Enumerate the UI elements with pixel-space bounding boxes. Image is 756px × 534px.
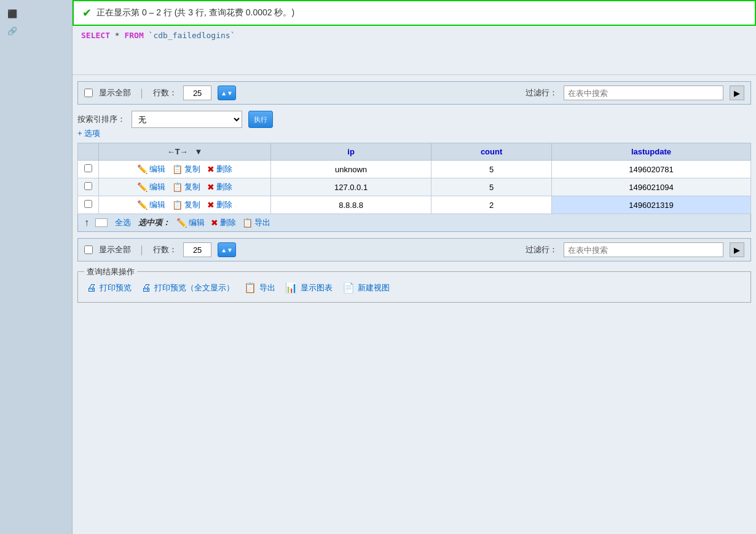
copy-icon: 📋 [172, 200, 183, 210]
row1-checkbox[interactable] [84, 164, 92, 172]
col-header-lastupdate[interactable]: lastupdate [551, 143, 750, 161]
edit-icon: ✏️ [137, 200, 148, 210]
bulk-delete-label: 删除 [220, 217, 236, 228]
row2-checkbox[interactable] [84, 182, 92, 190]
col-header-actions[interactable]: ←T→ ▼ [99, 143, 271, 161]
row3-checkbox[interactable] [84, 200, 92, 208]
view-icon: 📄 [342, 282, 355, 293]
success-bar: ✔ 正在显示第 0 – 2 行 (共 3 行, 查询花费 0.0002 秒。) [73, 0, 756, 26]
selected-label: 选中项： [138, 217, 170, 228]
sort-select[interactable]: 无 [132, 111, 242, 128]
new-view-button[interactable]: 📄 新建视图 [342, 282, 390, 293]
left-panel: ⬛ 🔗 [0, 0, 73, 534]
copy-icon: 📋 [172, 182, 183, 192]
bottom-row-count-label: 行数： [153, 244, 177, 255]
row-count-label: 行数： [153, 87, 177, 98]
sort-go-button[interactable]: 执行 [248, 111, 273, 128]
print-preview-full-label: 打印预览（全文显示） [154, 282, 234, 293]
query-ops-legend: 查询结果操作 [84, 266, 137, 277]
bulk-edit-button[interactable]: ✏️ 编辑 [176, 217, 205, 228]
row2-ip: 127.0.0.1 [271, 178, 431, 196]
delete-icon: ✖ [207, 182, 215, 192]
row3-edit-button[interactable]: ✏️ 编辑 [137, 199, 165, 210]
bulk-checkbox[interactable] [95, 218, 108, 227]
row3-delete-label: 删除 [216, 199, 232, 210]
row3-edit-label: 编辑 [149, 199, 165, 210]
bulk-delete-button[interactable]: ✖ 删除 [211, 217, 236, 228]
row3-lastupdate: 1496021319 [551, 196, 750, 214]
table-row: ✏️ 编辑 📋 复制 ✖ 删除 [78, 196, 751, 214]
content-area: ✔ 正在显示第 0 – 2 行 (共 3 行, 查询花费 0.0002 秒。) … [73, 0, 756, 534]
table-row: ✏️ 编辑 📋 复制 ✖ 删除 [78, 161, 751, 178]
query-ops-section: 查询结果操作 🖨 打印预览 🖨 打印预览（全文显示） 📋 导出 📊 显示图表 [77, 271, 751, 303]
col-header-checkbox [78, 143, 99, 161]
bottom-show-all-checkbox[interactable] [84, 245, 93, 254]
row1-copy-button[interactable]: 📋 复制 [172, 164, 200, 175]
new-view-label: 新建视图 [358, 282, 390, 293]
row1-actions: ✏️ 编辑 📋 复制 ✖ 删除 [99, 161, 271, 178]
sql-table-name: `cdb_failedlogins` [149, 31, 235, 40]
success-message: 正在显示第 0 – 2 行 (共 3 行, 查询花费 0.0002 秒。) [96, 7, 294, 18]
show-chart-label: 显示图表 [301, 282, 333, 293]
sql-star: * [115, 31, 125, 40]
show-chart-button[interactable]: 📊 显示图表 [285, 282, 333, 293]
print-preview-label: 打印预览 [100, 282, 132, 293]
filter-input[interactable] [564, 86, 723, 100]
row3-count: 2 [431, 196, 552, 214]
bottom-filter-input[interactable] [564, 242, 723, 257]
row2-copy-button[interactable]: 📋 复制 [172, 181, 200, 193]
sql-select-keyword: SELECT [81, 31, 110, 40]
row3-copy-label: 复制 [184, 199, 200, 210]
top-toolbar: 显示全部 │ 行数： ▲▼ 过滤行： ▶ [77, 81, 751, 105]
show-all-checkbox[interactable] [84, 89, 93, 97]
edit-icon: ✏️ [137, 182, 148, 192]
col-header-count[interactable]: count [431, 143, 552, 161]
row2-lastupdate: 1496021094 [551, 178, 750, 196]
row3-delete-button[interactable]: ✖ 删除 [207, 199, 232, 210]
filter-go-button[interactable]: ▶ [730, 86, 744, 100]
options-link[interactable]: + 选项 [77, 129, 100, 138]
print-preview-button[interactable]: 🖨 打印预览 [87, 282, 132, 293]
row-count-spinner[interactable]: ▲▼ [218, 86, 236, 100]
filter-label: 过滤行： [526, 87, 557, 98]
bulk-delete-icon: ✖ [211, 218, 218, 228]
row-count-input[interactable] [183, 86, 211, 100]
sort-label: 按索引排序： [77, 114, 125, 125]
bulk-export-button[interactable]: 📋 导出 [242, 217, 270, 228]
row1-ip: unknown [271, 161, 431, 178]
row2-delete-button[interactable]: ✖ 删除 [207, 181, 232, 193]
bottom-row-count-spinner[interactable]: ▲▼ [218, 242, 236, 257]
col-header-ip[interactable]: ip [271, 143, 431, 161]
left-icons: ⬛ 🔗 [0, 0, 72, 44]
bottom-filter-go-button[interactable]: ▶ [730, 242, 744, 257]
export-icon: 📋 [244, 282, 256, 293]
print-preview-full-button[interactable]: 🖨 打印预览（全文显示） [141, 282, 234, 293]
data-table-wrapper: ←T→ ▼ ip count lastupdate [77, 143, 751, 214]
bulk-edit-icon: ✏️ [176, 218, 187, 228]
print-full-icon: 🖨 [141, 282, 151, 293]
copy-icon: 📋 [172, 164, 183, 174]
query-ops-buttons: 🖨 打印预览 🖨 打印预览（全文显示） 📋 导出 📊 显示图表 📄 [87, 282, 742, 293]
row2-checkbox-cell [78, 178, 99, 196]
main-container: ⬛ 🔗 ✔ 正在显示第 0 – 2 行 (共 3 行, 查询花费 0.0002 … [0, 0, 756, 534]
data-table: ←T→ ▼ ip count lastupdate [77, 143, 751, 214]
row3-copy-button[interactable]: 📋 复制 [172, 199, 200, 210]
bottom-toolbar-divider: │ [140, 245, 144, 255]
row1-edit-button[interactable]: ✏️ 编辑 [137, 164, 165, 175]
row1-lastupdate: 1496020781 [551, 161, 750, 178]
bulk-actions-row: ↑ 全选 选中项： ✏️ 编辑 ✖ 删除 📋 导出 [77, 214, 751, 232]
bottom-show-all-label: 显示全部 [99, 244, 131, 255]
col-actions-sort-icon[interactable]: ▼ [194, 147, 202, 156]
bottom-row-count-input[interactable] [183, 242, 211, 257]
left-icon-1[interactable]: ⬛ [4, 6, 21, 21]
row1-delete-label: 删除 [216, 164, 232, 175]
row1-delete-button[interactable]: ✖ 删除 [207, 164, 232, 175]
export-button[interactable]: 📋 导出 [244, 282, 275, 293]
left-icon-2[interactable]: 🔗 [4, 23, 21, 38]
bulk-export-icon: 📋 [242, 218, 253, 228]
bottom-toolbar: 显示全部 │ 行数： ▲▼ 过滤行： ▶ [77, 238, 751, 261]
row2-edit-button[interactable]: ✏️ 编辑 [137, 181, 165, 193]
toolbar-divider: │ [140, 89, 144, 98]
select-all-link[interactable]: 全选 [115, 217, 131, 228]
row2-delete-label: 删除 [216, 181, 232, 193]
